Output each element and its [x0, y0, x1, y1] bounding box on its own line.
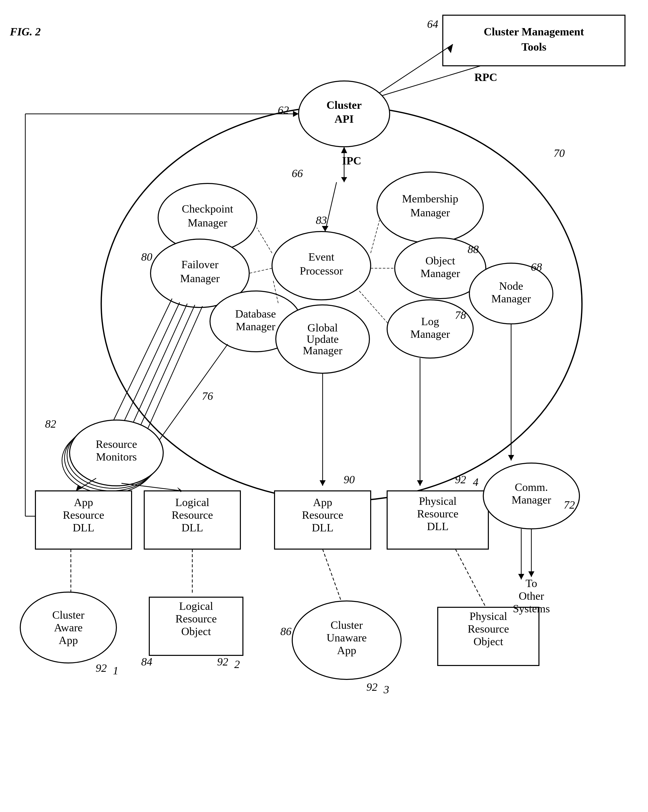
object-manager-label1: Object	[425, 255, 455, 267]
logical-resource-dll-label3: DLL	[181, 522, 203, 534]
ref-90: 90	[344, 473, 355, 486]
ref-72: 72	[564, 499, 575, 511]
ref-921: 92	[96, 662, 107, 675]
node-manager-label1: Node	[499, 280, 523, 292]
ref-88: 88	[468, 243, 479, 256]
cluster-unaware-app-label3: App	[337, 644, 356, 656]
ref-923: 92	[366, 681, 378, 693]
logical-resource-dll-label1: Logical	[175, 496, 209, 508]
rpc-arrow	[372, 66, 481, 99]
to-other-systems-label3: Systems	[513, 603, 550, 615]
physical-resource-dll-label1: Physical	[419, 495, 456, 507]
app-resource-dll2-label3: DLL	[312, 522, 334, 534]
app-resource-dll1-label1: App	[74, 496, 93, 508]
membership-manager-label1: Membership	[402, 192, 458, 205]
database-manager-label2: Manager	[236, 321, 276, 333]
ref-82: 82	[45, 418, 56, 430]
log-manager-label1: Log	[421, 315, 439, 328]
ref-80: 80	[141, 251, 152, 263]
rpc-label: RPC	[474, 71, 497, 84]
comm-manager-label1: Comm.	[515, 481, 548, 493]
to-other-systems-label2: Other	[519, 590, 544, 602]
ref-62: 62	[278, 104, 289, 116]
cluster-aware-app-label3: App	[59, 634, 78, 647]
checkpoint-manager-label1: Checkpoint	[182, 203, 233, 215]
physical-resource-dll-label2: Resource	[417, 508, 459, 520]
app-resource-dll1-label2: Resource	[63, 509, 104, 521]
global-update-manager-label3: Manager	[303, 344, 343, 357]
cluster-unaware-app-label1: Cluster	[331, 619, 363, 631]
ref-78: 78	[455, 309, 466, 321]
comm-to-other-head2	[518, 574, 524, 580]
physical-resource-object-label2: Resource	[468, 623, 509, 635]
cluster-api-label1: Cluster	[326, 99, 361, 111]
logical-resource-dll-label2: Resource	[172, 509, 213, 521]
cluster-management-tools-label2: Tools	[521, 41, 547, 53]
ref-70: 70	[553, 147, 565, 159]
rpc-arrow2	[375, 44, 453, 96]
node-manager-label2: Manager	[491, 293, 531, 305]
global-update-manager-label1: Global	[307, 322, 338, 334]
ref-921-sub: 1	[113, 664, 118, 677]
ref-922-sub: 2	[234, 658, 240, 670]
ref-86: 86	[281, 625, 291, 638]
event-processor-label2: Processor	[300, 265, 343, 277]
ref-83: 83	[316, 214, 327, 226]
membership-manager-label2: Manager	[410, 206, 450, 219]
logical-resource-object-label1: Logical	[179, 600, 213, 612]
nodemgr-to-comm-head	[508, 455, 514, 461]
ref-924-sub: 4	[473, 476, 479, 488]
comm-manager-label2: Manager	[512, 494, 551, 506]
comm-to-other-head1	[528, 571, 534, 577]
ref-68: 68	[531, 261, 542, 273]
object-manager-label2: Manager	[421, 267, 460, 279]
checkpoint-manager-label2: Manager	[188, 217, 227, 229]
ipc-label: IPC	[342, 155, 361, 167]
failover-manager-label1: Failover	[181, 258, 219, 271]
logical-resource-object-label3: Object	[181, 625, 211, 638]
to-other-systems-label1: To	[526, 577, 537, 589]
ref-924: 92	[455, 473, 466, 486]
resource-monitors-label2: Monitors	[96, 451, 137, 463]
cluster-aware-app-label1: Cluster	[52, 609, 84, 621]
app-resource-dll1-label3: DLL	[73, 522, 95, 534]
app-resource-dll2-label1: App	[313, 496, 332, 508]
dll4-to-pro	[456, 549, 486, 607]
resource-monitors-label1: Resource	[96, 438, 137, 450]
ref-922: 92	[217, 656, 228, 668]
physical-resource-dll-label3: DLL	[427, 520, 448, 533]
cluster-api-label2: API	[334, 113, 354, 125]
event-processor-label1: Event	[308, 251, 334, 263]
cluster-management-tools-box	[443, 15, 625, 66]
database-manager-label1: Database	[235, 308, 276, 320]
ref-66: 66	[292, 167, 303, 180]
cluster-unaware-app-label2: Unaware	[327, 632, 367, 644]
physical-resource-object-label1: Physical	[470, 610, 507, 623]
cluster-aware-app-label2: Aware	[54, 621, 82, 634]
ref-923-sub: 3	[383, 684, 389, 696]
cluster-management-tools-label: Cluster Management	[484, 26, 584, 38]
physical-resource-object-label3: Object	[473, 635, 503, 648]
failover-manager-label2: Manager	[180, 272, 220, 285]
logical-resource-object-label2: Resource	[175, 613, 217, 625]
ref-64: 64	[427, 18, 438, 31]
dll3-to-cua	[323, 549, 342, 602]
ref-84: 84	[141, 656, 152, 668]
ref-76: 76	[202, 390, 213, 402]
global-update-manager-label2: Update	[306, 333, 338, 345]
log-manager-label2: Manager	[410, 328, 450, 340]
figure-label: FIG. 2	[10, 26, 41, 38]
app-resource-dll2-label2: Resource	[302, 509, 343, 521]
